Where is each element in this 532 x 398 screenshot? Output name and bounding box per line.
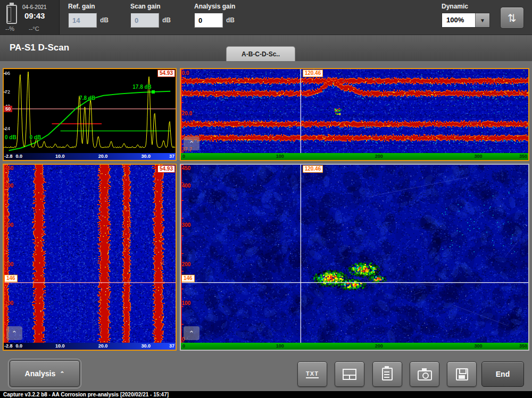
cscan-cursor-x-label: 120.46 — [303, 165, 323, 173]
ref-gain-unit: dB — [100, 16, 109, 24]
time-label: 09:43 — [24, 11, 45, 20]
dynamic-range-button[interactable]: ⇅ — [500, 7, 524, 29]
save-button[interactable] — [447, 361, 477, 387]
y-tick: 450 — [182, 166, 191, 171]
bscan-panel[interactable]: 120.46 0.0 20.0 37.7 ⌃ 0 100 200 300 350 — [180, 68, 529, 161]
dscan-canvas[interactable] — [4, 165, 176, 343]
dscan-gain-readout: 54.93 — [157, 165, 175, 173]
split-view-icon — [343, 369, 356, 380]
x-tick: 300 — [475, 343, 483, 349]
x-tick: 0.0 — [16, 154, 23, 159]
device-status-block: 04-6-2021 09:43 --% --°C — [0, 0, 60, 35]
analysis-menu-button[interactable]: Analysis ⌃ — [10, 360, 80, 387]
bscan-cursor-label: 120.46 — [303, 70, 323, 77]
end-button[interactable]: End — [481, 361, 524, 387]
dynamic-dropdown[interactable]: 100% ▼ — [442, 13, 490, 28]
cscan-canvas[interactable] — [181, 165, 528, 343]
bscan-x-axis: 0 100 200 300 350 — [181, 153, 528, 160]
scan-gain-input[interactable] — [130, 13, 159, 28]
y-tick: 96 — [5, 71, 10, 76]
txt-report-button[interactable]: TXT — [297, 361, 327, 387]
x-tick: 20.0 — [98, 343, 108, 349]
y-tick: 200 — [182, 262, 191, 267]
pan-handle[interactable]: ⌃ — [184, 326, 200, 340]
x-tick: 0 — [182, 154, 185, 159]
x-tick: 0.0 — [16, 343, 23, 349]
x-tick: 10.0 — [55, 154, 65, 159]
y-tick: 100 — [5, 301, 14, 306]
x-tick: 0 — [182, 343, 185, 349]
analysis-gain-unit: dB — [226, 16, 235, 24]
up-down-arrows-icon: ⇅ — [508, 12, 517, 24]
tab-abcd-scan[interactable]: A-B-C-D-Sc.. — [226, 46, 295, 61]
dscan-x-axis: -2.8 0.0 10.0 20.0 30.0 37 — [4, 343, 176, 350]
page-title: PA-S1 D-Scan — [10, 43, 69, 53]
y-tick: 200 — [5, 262, 14, 267]
temperature-label: --°C — [29, 26, 39, 32]
tcg-marker1-label: 7.8 dB — [79, 95, 95, 101]
dynamic-value: 100% — [442, 13, 475, 27]
x-tick: -2.8 — [4, 154, 13, 159]
x-tick: 350 — [519, 154, 527, 159]
x-tick: 30.0 — [141, 343, 151, 349]
chevron-up-icon: ⌃ — [60, 370, 64, 377]
analysis-gain-group: Analysis gain dB — [194, 3, 235, 28]
analysis-gain-label: Analysis gain — [194, 3, 235, 10]
tab-label: A-B-C-D-Sc.. — [242, 50, 280, 58]
y-tick: 24 — [5, 126, 10, 131]
dynamic-label: Dynamic — [442, 3, 490, 10]
report-clipboard-button[interactable] — [372, 361, 402, 387]
analysis-button-label: Analysis — [25, 369, 56, 378]
x-tick: 200 — [375, 343, 383, 349]
pan-handle[interactable]: ⌃ — [6, 326, 22, 340]
pan-handle[interactable]: ⌃ — [184, 137, 200, 150]
scan-gain-group: Scan gain dB — [130, 3, 171, 28]
y-tick: 0.0 — [182, 71, 189, 76]
battery-icon — [6, 5, 17, 24]
screenshot-button[interactable] — [410, 361, 439, 387]
x-tick: 200 — [375, 154, 383, 159]
dscan-cursor-label: 146 — [4, 275, 18, 282]
ref-gain-input[interactable] — [68, 13, 97, 28]
y-tick: 300 — [182, 223, 191, 228]
end-button-label: End — [496, 370, 510, 378]
dscan-panel[interactable]: 54.93 146 450 400 300 200 100 0 ⌃ -2.8 0… — [3, 164, 177, 351]
chevron-up-icon: ⌃ — [189, 329, 195, 337]
y-tick: 100 — [182, 301, 191, 306]
cscan-panel[interactable]: 120.46 146 450 400 300 200 100 0 ⌃ 0 100… — [180, 164, 529, 351]
x-tick: -2.8 — [4, 343, 13, 349]
chevron-up-icon: ⌃ — [12, 329, 18, 337]
date-label: 04-6-2021 — [22, 4, 47, 10]
txt-report-icon: TXT — [306, 370, 319, 378]
clipboard-icon — [382, 368, 393, 380]
scan-gain-unit: dB — [162, 16, 171, 24]
y-tick: 450 — [5, 166, 14, 171]
y-tick: 72 — [5, 89, 10, 95]
y-tick: 20.0 — [182, 111, 192, 116]
ascan-gain-readout: 54.93 — [157, 70, 175, 77]
ascan-canvas[interactable] — [4, 69, 176, 153]
dynamic-group: Dynamic 100% ▼ — [442, 3, 490, 28]
scan-gain-label: Scan gain — [130, 3, 171, 10]
battery-percent-label: --% — [5, 26, 14, 32]
x-tick: 37 — [169, 154, 174, 159]
ascan-x-axis: -2.8 0.0 10.0 20.0 30.0 37 — [4, 153, 176, 160]
x-tick: 350 — [519, 343, 527, 349]
ref-gain-label: Ref. gain — [68, 3, 109, 10]
x-tick: 10.0 — [55, 343, 65, 349]
ascan-panel[interactable]: 54.93 96 72 48 24 50 7.8 dB 17.8 dB 0 dB… — [3, 68, 177, 161]
top-bar: 04-6-2021 09:43 --% --°C Ref. gain dB Sc… — [0, 0, 532, 35]
x-tick: 100 — [276, 154, 284, 159]
battery-cell-icon — [7, 7, 11, 22]
chevron-down-icon[interactable]: ▼ — [475, 13, 489, 27]
tcg-db-label-2: 0 dB — [29, 134, 41, 140]
analysis-gain-input[interactable] — [194, 13, 223, 28]
x-tick: 20.0 — [98, 154, 108, 159]
x-tick: 100 — [276, 343, 284, 349]
cscan-x-axis: 0 100 200 300 350 — [181, 343, 528, 350]
split-view-button[interactable] — [335, 361, 364, 387]
x-tick: 30.0 — [141, 154, 151, 159]
save-icon — [456, 368, 468, 380]
bscan-canvas[interactable] — [181, 69, 528, 153]
tcg-marker2-label: 17.8 dB — [132, 84, 152, 90]
